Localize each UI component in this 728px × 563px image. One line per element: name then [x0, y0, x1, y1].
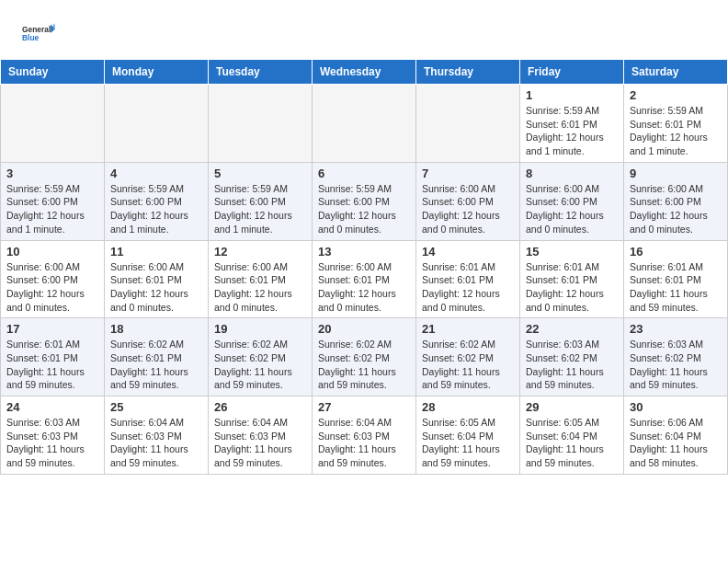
calendar-cell: 13Sunrise: 6:00 AMSunset: 6:01 PMDayligh…: [313, 240, 416, 318]
calendar-cell: 25Sunrise: 6:04 AMSunset: 6:03 PMDayligh…: [105, 396, 209, 475]
day-number: 18: [110, 322, 202, 336]
day-info: Sunrise: 5:59 AMSunset: 6:01 PMDaylight:…: [526, 104, 618, 158]
day-info: Sunrise: 6:02 AMSunset: 6:02 PMDaylight:…: [214, 338, 306, 392]
day-info: Sunrise: 5:59 AMSunset: 6:00 PMDaylight:…: [110, 182, 202, 236]
day-number: 17: [6, 322, 98, 336]
day-number: 23: [630, 322, 722, 336]
calendar-cell: 24Sunrise: 6:03 AMSunset: 6:03 PMDayligh…: [1, 396, 105, 475]
day-info: Sunrise: 6:03 AMSunset: 6:02 PMDaylight:…: [630, 338, 722, 392]
calendar-cell: 15Sunrise: 6:01 AMSunset: 6:01 PMDayligh…: [520, 240, 624, 318]
day-info: Sunrise: 6:00 AMSunset: 6:00 PMDaylight:…: [630, 182, 722, 236]
day-info: Sunrise: 6:01 AMSunset: 6:01 PMDaylight:…: [422, 260, 514, 315]
day-info: Sunrise: 6:00 AMSunset: 6:01 PMDaylight:…: [214, 260, 306, 315]
calendar-cell: [313, 85, 416, 163]
day-number: 27: [318, 400, 410, 414]
calendar-week-row: 1Sunrise: 5:59 AMSunset: 6:01 PMDaylight…: [1, 85, 728, 163]
calendar-cell: 26Sunrise: 6:04 AMSunset: 6:03 PMDayligh…: [209, 396, 313, 475]
weekday-header-tuesday: Tuesday: [209, 60, 313, 85]
day-number: 12: [214, 245, 306, 259]
calendar-cell: 4Sunrise: 5:59 AMSunset: 6:00 PMDaylight…: [105, 162, 209, 240]
day-number: 11: [110, 245, 202, 259]
calendar-week-row: 3Sunrise: 5:59 AMSunset: 6:00 PMDaylight…: [1, 162, 728, 240]
day-info: Sunrise: 6:04 AMSunset: 6:03 PMDaylight:…: [214, 416, 306, 470]
calendar-cell: 17Sunrise: 6:01 AMSunset: 6:01 PMDayligh…: [1, 318, 105, 396]
calendar-cell: 7Sunrise: 6:00 AMSunset: 6:00 PMDaylight…: [416, 162, 520, 240]
day-number: 16: [630, 245, 722, 259]
day-number: 26: [214, 400, 306, 414]
calendar-cell: 20Sunrise: 6:02 AMSunset: 6:02 PMDayligh…: [313, 318, 416, 396]
day-info: Sunrise: 5:59 AMSunset: 6:00 PMDaylight:…: [6, 182, 98, 236]
day-info: Sunrise: 6:00 AMSunset: 6:00 PMDaylight:…: [6, 260, 98, 315]
day-info: Sunrise: 6:06 AMSunset: 6:04 PMDaylight:…: [630, 416, 722, 470]
calendar-cell: 10Sunrise: 6:00 AMSunset: 6:00 PMDayligh…: [1, 240, 105, 318]
logo: General Blue: [22, 17, 55, 50]
calendar-cell: 16Sunrise: 6:01 AMSunset: 6:01 PMDayligh…: [624, 240, 728, 318]
logo-text: General Blue: [22, 17, 55, 50]
day-number: 30: [630, 400, 722, 414]
day-number: 2: [630, 88, 722, 102]
calendar-page: General Blue SundayMondayTuesdayWednesda…: [0, 0, 728, 563]
day-info: Sunrise: 6:01 AMSunset: 6:01 PMDaylight:…: [630, 260, 722, 315]
weekday-header-sunday: Sunday: [1, 60, 105, 85]
day-info: Sunrise: 6:01 AMSunset: 6:01 PMDaylight:…: [6, 338, 98, 392]
calendar-cell: 9Sunrise: 6:00 AMSunset: 6:00 PMDaylight…: [624, 162, 728, 240]
day-number: 9: [630, 167, 722, 180]
day-number: 6: [318, 167, 410, 180]
calendar-cell: 2Sunrise: 5:59 AMSunset: 6:01 PMDaylight…: [624, 85, 728, 163]
day-info: Sunrise: 5:59 AMSunset: 6:00 PMDaylight:…: [318, 182, 410, 236]
day-info: Sunrise: 6:05 AMSunset: 6:04 PMDaylight:…: [526, 416, 618, 470]
day-number: 5: [214, 167, 306, 180]
calendar-cell: 30Sunrise: 6:06 AMSunset: 6:04 PMDayligh…: [624, 396, 728, 475]
day-number: 8: [526, 167, 618, 180]
calendar-cell: 19Sunrise: 6:02 AMSunset: 6:02 PMDayligh…: [209, 318, 313, 396]
calendar-cell: [416, 85, 520, 163]
day-number: 29: [526, 400, 618, 414]
calendar-cell: 5Sunrise: 5:59 AMSunset: 6:00 PMDaylight…: [209, 162, 313, 240]
calendar-week-row: 10Sunrise: 6:00 AMSunset: 6:00 PMDayligh…: [1, 240, 728, 318]
day-number: 10: [6, 245, 98, 259]
day-number: 24: [6, 400, 98, 414]
calendar-cell: 22Sunrise: 6:03 AMSunset: 6:02 PMDayligh…: [520, 318, 624, 396]
calendar-cell: [1, 85, 105, 163]
weekday-header-thursday: Thursday: [416, 60, 520, 85]
day-number: 3: [6, 167, 98, 180]
page-header: General Blue: [0, 0, 728, 59]
day-number: 28: [422, 400, 514, 414]
calendar-cell: 18Sunrise: 6:02 AMSunset: 6:01 PMDayligh…: [105, 318, 209, 396]
day-number: 25: [110, 400, 202, 414]
calendar-table: SundayMondayTuesdayWednesdayThursdayFrid…: [0, 59, 728, 475]
day-info: Sunrise: 6:00 AMSunset: 6:00 PMDaylight:…: [422, 182, 514, 236]
day-info: Sunrise: 6:02 AMSunset: 6:02 PMDaylight:…: [318, 338, 410, 392]
calendar-cell: 6Sunrise: 5:59 AMSunset: 6:00 PMDaylight…: [313, 162, 416, 240]
calendar-week-row: 24Sunrise: 6:03 AMSunset: 6:03 PMDayligh…: [1, 396, 728, 475]
day-number: 4: [110, 167, 202, 180]
day-info: Sunrise: 6:03 AMSunset: 6:03 PMDaylight:…: [6, 416, 98, 470]
day-number: 19: [214, 322, 306, 336]
day-number: 15: [526, 245, 618, 259]
calendar-cell: 27Sunrise: 6:04 AMSunset: 6:03 PMDayligh…: [313, 396, 416, 475]
day-info: Sunrise: 6:04 AMSunset: 6:03 PMDaylight:…: [110, 416, 202, 470]
weekday-header-friday: Friday: [520, 60, 624, 85]
day-number: 21: [422, 322, 514, 336]
weekday-header-saturday: Saturday: [624, 60, 728, 85]
calendar-cell: 29Sunrise: 6:05 AMSunset: 6:04 PMDayligh…: [520, 396, 624, 475]
day-number: 20: [318, 322, 410, 336]
calendar-cell: 21Sunrise: 6:02 AMSunset: 6:02 PMDayligh…: [416, 318, 520, 396]
weekday-header-wednesday: Wednesday: [313, 60, 416, 85]
day-number: 14: [422, 245, 514, 259]
day-info: Sunrise: 5:59 AMSunset: 6:00 PMDaylight:…: [214, 182, 306, 236]
day-number: 13: [318, 245, 410, 259]
weekday-header-monday: Monday: [105, 60, 209, 85]
day-info: Sunrise: 6:00 AMSunset: 6:00 PMDaylight:…: [526, 182, 618, 236]
day-number: 1: [526, 88, 618, 102]
calendar-cell: 8Sunrise: 6:00 AMSunset: 6:00 PMDaylight…: [520, 162, 624, 240]
svg-text:Blue: Blue: [22, 33, 40, 42]
day-number: 7: [422, 167, 514, 180]
calendar-cell: 14Sunrise: 6:01 AMSunset: 6:01 PMDayligh…: [416, 240, 520, 318]
calendar-cell: 28Sunrise: 6:05 AMSunset: 6:04 PMDayligh…: [416, 396, 520, 475]
day-info: Sunrise: 5:59 AMSunset: 6:01 PMDaylight:…: [630, 104, 722, 158]
logo-graphic: General Blue: [22, 17, 55, 50]
calendar-cell: 1Sunrise: 5:59 AMSunset: 6:01 PMDaylight…: [520, 85, 624, 163]
calendar-cell: 12Sunrise: 6:00 AMSunset: 6:01 PMDayligh…: [209, 240, 313, 318]
day-info: Sunrise: 6:02 AMSunset: 6:01 PMDaylight:…: [110, 338, 202, 392]
